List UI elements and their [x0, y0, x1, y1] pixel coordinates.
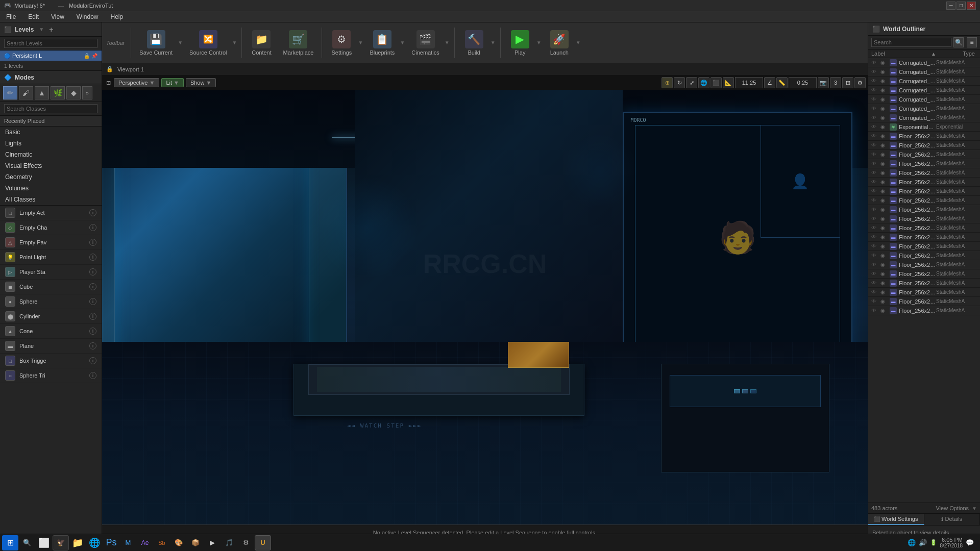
vp-snap-input[interactable]: [789, 77, 817, 88]
vp-camera-icon[interactable]: 📷: [818, 77, 829, 88]
outliner-item-corrugated-3[interactable]: 👁 ◉ ▬ Corrugated_Plane_A3 StaticMeshA: [868, 77, 980, 86]
vp-surface-icon[interactable]: ⬛: [710, 77, 722, 88]
mode-foliage[interactable]: 🌿: [51, 86, 65, 99]
menu-view[interactable]: View: [48, 12, 67, 21]
taskbar-explorer[interactable]: 📁: [69, 535, 86, 550]
empty-cha-info[interactable]: i: [89, 224, 96, 231]
sphere-info[interactable]: i: [89, 298, 96, 305]
outliner-item-floor-a25[interactable]: 👁 ◉ ▬ Floor_256x256_A25 StaticMeshA: [868, 306, 980, 315]
vp-speed-value[interactable]: 3: [830, 77, 841, 88]
taskbar-ue4[interactable]: 🦅: [53, 535, 69, 550]
outliner-item-exp-fog[interactable]: 👁 ◉ ≋ ExponentialHeightFog Exponential: [868, 122, 980, 132]
outliner-item-floor-a24[interactable]: 👁 ◉ ▬ Floor_256x256_A24 StaticMeshA: [868, 297, 980, 306]
recently-placed-header[interactable]: Recently Placed: [0, 116, 102, 127]
vp-transform-icon[interactable]: ⊕: [662, 77, 673, 88]
category-geometry[interactable]: Geometry: [0, 171, 102, 183]
menu-file[interactable]: File: [3, 12, 19, 21]
menu-help[interactable]: Help: [108, 12, 127, 21]
taskbar-notification-icon[interactable]: 💬: [966, 539, 974, 546]
outliner-item-floor-a13[interactable]: 👁 ◉ ▬ Floor_256x256_A13 StaticMeshA: [868, 223, 980, 233]
place-item-cylinder[interactable]: ⬤ Cylinder i: [0, 309, 102, 324]
blueprints-button[interactable]: 📋 Blueprints: [365, 28, 399, 58]
taskbar-item6[interactable]: ⚙: [238, 535, 254, 550]
vp-rotate-icon[interactable]: ↻: [674, 77, 685, 88]
place-item-point-light[interactable]: 💡 Point Light i: [0, 250, 102, 265]
empty-pav-info[interactable]: i: [89, 239, 96, 246]
viewport-scene[interactable]: 🧑 👤 MORCO: [102, 90, 868, 524]
build-button[interactable]: 🔨 Build: [459, 28, 489, 58]
place-item-empty-pav[interactable]: △ Empty Pav i: [0, 235, 102, 250]
levels-add-icon[interactable]: +: [49, 26, 53, 34]
taskbar-task-view[interactable]: ⬜: [36, 535, 52, 550]
place-item-empty-cha[interactable]: ◇ Empty Cha i: [0, 220, 102, 235]
outliner-item-floor-a9[interactable]: 👁 ◉ ▬ Floor_256x256_A9 StaticMeshA: [868, 187, 980, 196]
category-volumes[interactable]: Volumes: [0, 183, 102, 194]
outliner-item-floor-a15[interactable]: 👁 ◉ ▬ Floor_256x256_A15 StaticMeshA: [868, 242, 980, 251]
place-item-cube[interactable]: ◼ Cube i: [0, 280, 102, 294]
outliner-item-floor-a18[interactable]: 👁 ◉ ▬ Floor_256x256_A18 StaticMeshA: [868, 269, 980, 279]
close-button[interactable]: ✕: [967, 2, 976, 10]
outliner-item-floor-a8[interactable]: 👁 ◉ ▬ Floor_256x256_A8 StaticMeshA: [868, 178, 980, 187]
taskbar-item3[interactable]: 📦: [187, 535, 204, 550]
cinematics-button[interactable]: 🎬 Cinematics: [407, 28, 443, 58]
taskbar-chrome[interactable]: 🌐: [86, 535, 103, 550]
category-cinematic[interactable]: Cinematic: [0, 149, 102, 160]
vp-scale-icon[interactable]: ⤢: [686, 77, 697, 88]
category-lights[interactable]: Lights: [0, 138, 102, 149]
empty-act-info[interactable]: i: [89, 209, 96, 216]
outliner-item-floor-a6[interactable]: 👁 ◉ ▬ Floor_256x256_A6 StaticMeshA: [868, 159, 980, 168]
persistent-level-item[interactable]: 🔵 Persistent L 🔒 📌: [0, 51, 102, 61]
outliner-search-btn[interactable]: 🔍: [953, 37, 964, 47]
tab-world-settings[interactable]: ⬛ World Settings: [868, 514, 924, 525]
search-classes-input[interactable]: [4, 104, 97, 113]
taskbar-item2[interactable]: 🎨: [170, 535, 187, 550]
build-arrow[interactable]: ▼: [490, 34, 496, 52]
search-levels-input[interactable]: [4, 39, 97, 48]
point-light-info[interactable]: i: [89, 254, 96, 261]
outliner-item-floor-a22[interactable]: 👁 ◉ ▬ Floor_256x256_A22 StaticMeshA: [868, 288, 980, 297]
outliner-item-corrugated-2[interactable]: 👁 ◉ ▬ Corrugated_Plane_A2 StaticMeshA: [868, 67, 980, 77]
taskbar-ae[interactable]: Ae: [137, 535, 153, 550]
outliner-item-floor-a12[interactable]: 👁 ◉ ▬ Floor_256x256_A12 StaticMeshA: [868, 214, 980, 223]
maximize-button[interactable]: □: [957, 2, 966, 10]
save-current-button[interactable]: 💾 Save Current: [135, 28, 177, 58]
vp-layout-icon[interactable]: ⊞: [842, 77, 853, 88]
mode-landscape[interactable]: ▲: [35, 86, 49, 99]
mode-more[interactable]: »: [82, 86, 92, 99]
view-options-link[interactable]: View Options: [936, 505, 969, 511]
blueprints-arrow[interactable]: ▼: [399, 34, 405, 52]
mode-place[interactable]: ✏: [3, 86, 17, 99]
outliner-item-floor-a4[interactable]: 👁 ◉ ▬ Floor_256x256_A4 StaticMeshA: [868, 141, 980, 150]
play-button[interactable]: ▶ Play: [505, 28, 535, 58]
category-all-classes[interactable]: All Classes: [0, 194, 102, 205]
vp-snap-icon[interactable]: 📐: [723, 77, 734, 88]
cylinder-info[interactable]: i: [89, 313, 96, 320]
place-item-box-trigge[interactable]: □ Box Trigge i: [0, 354, 102, 368]
outliner-item-floor-a11[interactable]: 👁 ◉ ▬ Floor_256x256_A11 StaticMeshA: [868, 205, 980, 214]
taskbar-item5[interactable]: 🎵: [221, 535, 237, 550]
mode-paint[interactable]: 🖌: [19, 86, 33, 99]
settings-arrow[interactable]: ▼: [357, 34, 363, 52]
vp-settings2-icon[interactable]: ⚙: [854, 77, 866, 88]
source-control-button[interactable]: 🔀 Source Control: [185, 28, 231, 58]
category-basic[interactable]: Basic: [0, 127, 102, 138]
mode-geometry[interactable]: ◆: [66, 86, 81, 99]
place-item-cone[interactable]: ▲ Cone i: [0, 324, 102, 339]
box-trigge-info[interactable]: i: [89, 357, 96, 364]
taskbar-sb[interactable]: Sb: [154, 535, 170, 550]
play-arrow[interactable]: ▼: [536, 34, 542, 52]
outliner-item-floor-a10[interactable]: 👁 ◉ ▬ Floor_256x256_A10 StaticMeshA: [868, 196, 980, 205]
player-sta-info[interactable]: i: [89, 268, 96, 276]
outliner-item-corrugated-6[interactable]: 👁 ◉ ▬ Corrugated_Plane_A6 StaticMeshA: [868, 104, 980, 113]
outliner-item-floor-a7[interactable]: 👁 ◉ ▬ Floor_256x256_A7 StaticMeshA: [868, 168, 980, 178]
place-item-plane[interactable]: ▬ Plane i: [0, 339, 102, 354]
outliner-item-floor-a20[interactable]: 👁 ◉ ▬ Floor_256x256_A20 StaticMeshA: [868, 279, 980, 288]
save-current-arrow[interactable]: ▼: [177, 34, 183, 52]
sphere-tri-info[interactable]: i: [89, 372, 96, 379]
outliner-item-floor-a16[interactable]: 👁 ◉ ▬ Floor_256x256_A16 StaticMeshA: [868, 251, 980, 260]
settings-button[interactable]: ⚙ Settings: [326, 28, 357, 58]
outliner-item-corrugated-1[interactable]: 👁 ◉ ▬ Corrugated_Plane_A StaticMeshA: [868, 58, 980, 67]
plane-info[interactable]: i: [89, 342, 96, 349]
show-button[interactable]: Show ▼: [186, 78, 216, 87]
outliner-item-corrugated-4[interactable]: 👁 ◉ ▬ Corrugated_Plane_A4 StaticMeshA: [868, 86, 980, 95]
